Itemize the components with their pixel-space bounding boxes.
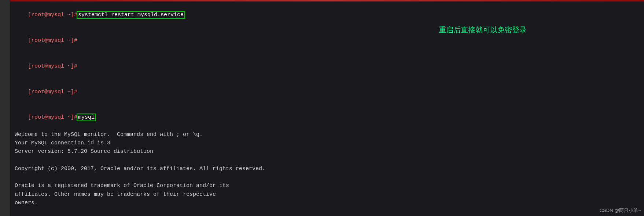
top-bar-strip — [10, 0, 644, 1]
cmd-highlight-1: systemctl restart mysqld.service — [77, 12, 184, 18]
cmd-1: systemctl restart mysqld.service — [77, 12, 184, 18]
left-sidebar — [0, 0, 10, 216]
terminal-line-8: Server version: 5.7.20 Source distributi… — [15, 147, 640, 156]
terminal-line-4: [root@mysql ~]# — [15, 79, 640, 105]
prompt-4: [root@mysql ~]# — [28, 89, 77, 95]
terminal-line-3: [root@mysql ~]# — [15, 54, 640, 79]
terminal-line-7: Your MySQL connection id is 3 — [15, 139, 640, 147]
terminal-line-12: Oracle is a registered trademark of Orac… — [15, 181, 640, 190]
terminal-line-14: owners. — [15, 199, 640, 207]
prompt-2: [root@mysql ~]# — [28, 37, 77, 44]
terminal-line-1: [root@mysql ~]#systemctl restart mysqld.… — [15, 2, 640, 28]
terminal-line-11 — [15, 173, 640, 181]
prompt-1: [root@mysql ~]# — [28, 12, 77, 18]
annotation-text: 重启后直接就可以免密登录 — [439, 25, 527, 35]
terminal-line-2: [root@mysql ~]# — [15, 28, 640, 54]
terminal-line-5: [root@mysql ~]#mysql — [15, 105, 640, 130]
prompt-3: [root@mysql ~]# — [28, 63, 77, 69]
prompt-5: [root@mysql ~]# — [28, 114, 77, 120]
cmd-5: mysql — [77, 114, 95, 120]
terminal-line-15 — [15, 207, 640, 216]
terminal-line-9 — [15, 156, 640, 165]
cmd-highlight-5: mysql — [77, 114, 95, 120]
terminal-line-10: Copyright (c) 2000, 2017, Oracle and/or … — [15, 165, 640, 173]
terminal-line-6: Welcome to the MySQL monitor. Commands e… — [15, 130, 640, 139]
watermark: CSDN @两只小羊~ — [600, 207, 641, 214]
terminal-line-13: affiliates. Other names may be trademark… — [15, 190, 640, 199]
terminal-area: [root@mysql ~]#systemctl restart mysqld.… — [10, 0, 644, 216]
